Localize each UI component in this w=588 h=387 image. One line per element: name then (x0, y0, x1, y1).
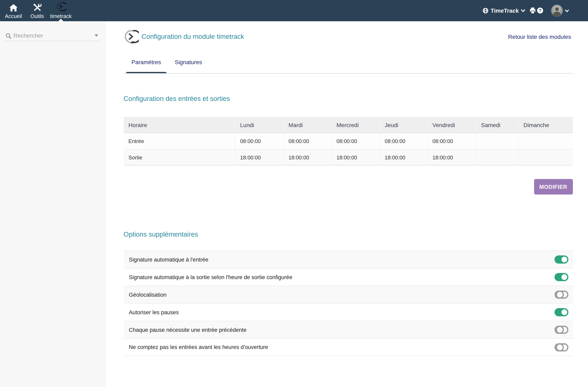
toggle-pause-entree[interactable] (554, 326, 568, 334)
cell-entree-lundi: 08:00:00 (235, 133, 283, 149)
timetrack-icon (56, 3, 66, 12)
page-title: Configuration du module timetrack (142, 33, 244, 41)
svg-text:?: ? (539, 8, 541, 13)
option-label: Autoriser les pauses (129, 309, 179, 315)
timetrack-module-icon (124, 29, 139, 44)
nav-label-accueil: Accueil (5, 13, 22, 19)
toggle-signature-entree[interactable] (554, 255, 568, 264)
tools-icon (33, 3, 42, 12)
option-label: Chaque pause nécessite une entrée précéd… (129, 327, 246, 333)
tab-bar: Paramètres Signatures (124, 57, 573, 73)
col-header-dimanche: Dimanche (518, 117, 573, 133)
col-header-mardi: Mardi (283, 117, 331, 133)
row-label-sortie: Sortie (124, 149, 235, 165)
button-row: MODIFIER (124, 179, 573, 195)
nav-label-outils: Outils (30, 13, 44, 19)
chevron-down-icon[interactable] (521, 9, 525, 12)
cell-entree-mercredi: 08:00:00 (331, 133, 379, 149)
cell-sortie-lundi: 18:00:00 (235, 149, 283, 165)
navbar-right: TimeTrack ? (483, 0, 588, 21)
row-label-entree: Entrée (124, 133, 235, 149)
col-header-jeudi: Jeudi (379, 117, 427, 133)
col-header-mercredi: Mercredi (331, 117, 379, 133)
back-to-modules-link[interactable]: Retour liste des modules (508, 33, 571, 40)
cell-sortie-samedi (476, 149, 518, 165)
cell-sortie-mardi: 18:00:00 (283, 149, 331, 165)
left-sidebar: Rechercher (0, 21, 106, 387)
cell-sortie-vendredi: 18:00:00 (427, 149, 476, 165)
option-row-heures-ouverture: Ne comptez pas les entrées avant les heu… (124, 338, 573, 356)
search-box[interactable]: Rechercher (3, 29, 101, 41)
option-label: Géolocalisation (129, 292, 167, 298)
cell-sortie-mercredi: 18:00:00 (331, 149, 379, 165)
option-label: Signature automatique à l'entrée (129, 256, 208, 263)
active-tab-caret (58, 19, 63, 21)
application-window: Accueil Outils (0, 0, 588, 387)
chevron-down-icon[interactable] (565, 9, 569, 12)
app-name[interactable]: TimeTrack (491, 7, 519, 14)
home-icon (9, 3, 18, 12)
cell-sortie-jeudi: 18:00:00 (379, 149, 427, 165)
option-label: Ne comptez pas les entrées avant les heu… (129, 344, 268, 350)
search-dropdown-caret[interactable] (95, 34, 98, 37)
option-row-pauses: Autoriser les pauses (124, 303, 573, 321)
page-header: Configuration du module timetrack Retour… (124, 29, 573, 44)
option-row-geolocalisation: Géolocalisation (124, 286, 573, 303)
col-header-lundi: Lundi (235, 117, 283, 133)
tab-parametres[interactable]: Paramètres (125, 57, 168, 73)
cell-sortie-dimanche (518, 149, 573, 165)
tab-rule (124, 73, 573, 73)
help-icon[interactable]: ? (537, 8, 543, 14)
col-header-samedi: Samedi (476, 117, 518, 133)
options-list: Signature automatique à l'entrée Signatu… (124, 250, 573, 356)
nav-item-outils[interactable]: Outils (25, 0, 49, 21)
search-icon (6, 33, 11, 41)
option-row-signature-sortie: Signature automatique à la sortie selon … (124, 268, 573, 286)
options-section-heading: Options supplémentaires (124, 230, 573, 238)
cell-entree-vendredi: 08:00:00 (427, 133, 476, 149)
avatar[interactable] (551, 5, 563, 16)
schedule-section-heading: Configuration des entrées et sorties (124, 95, 573, 103)
tab-signatures[interactable]: Signatures (168, 57, 209, 73)
nav-label-timetrack: timetrack (50, 13, 71, 19)
toggle-heures-ouverture[interactable] (554, 343, 568, 351)
navbar-menu: Accueil Outils (0, 0, 73, 21)
schedule-table: Horaire Lundi Mardi Mercredi Jeudi Vendr… (124, 117, 573, 165)
modify-button[interactable]: MODIFIER (534, 179, 573, 195)
option-row-signature-entree: Signature automatique à l'entrée (124, 250, 573, 268)
search-input[interactable]: Rechercher (14, 32, 43, 39)
nav-item-timetrack[interactable]: timetrack (49, 0, 73, 21)
cell-entree-jeudi: 08:00:00 (379, 133, 427, 149)
toggle-pauses[interactable] (554, 308, 568, 316)
top-navbar: Accueil Outils (0, 0, 588, 21)
option-label: Signature automatique à la sortie selon … (129, 274, 292, 280)
col-header-horaire: Horaire (124, 117, 235, 133)
toggle-geolocalisation[interactable] (554, 291, 568, 299)
col-header-vendredi: Vendredi (427, 117, 476, 133)
option-row-pause-entree: Chaque pause nécessite une entrée précéd… (124, 321, 573, 338)
cell-entree-mardi: 08:00:00 (283, 133, 331, 149)
toggle-signature-sortie[interactable] (554, 273, 568, 281)
cell-entree-dimanche (518, 133, 573, 149)
cell-entree-samedi (476, 133, 518, 149)
globe-icon[interactable] (483, 8, 489, 14)
print-icon[interactable] (529, 7, 536, 14)
nav-item-accueil[interactable]: Accueil (2, 0, 25, 21)
main-content: Configuration du module timetrack Retour… (106, 21, 588, 387)
